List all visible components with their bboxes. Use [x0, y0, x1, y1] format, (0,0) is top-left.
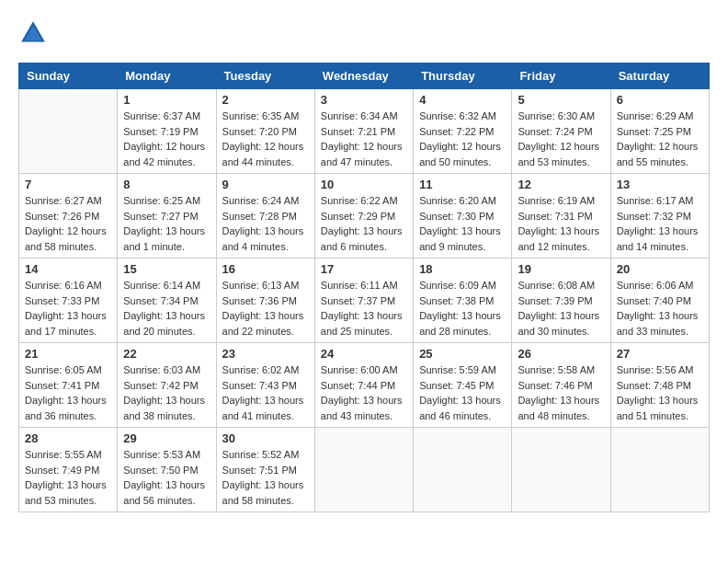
- calendar-cell: 17Sunrise: 6:11 AMSunset: 7:37 PMDayligh…: [314, 259, 413, 343]
- day-number: 3: [321, 93, 407, 107]
- day-info: Sunrise: 5:52 AMSunset: 7:51 PMDaylight:…: [222, 447, 309, 508]
- daylight-text: Daylight: 13 hours and 1 minute.: [123, 225, 205, 252]
- sunrise-text: Sunrise: 6:13 AM: [222, 280, 300, 291]
- sunset-text: Sunset: 7:27 PM: [123, 211, 198, 222]
- day-number: 29: [123, 431, 210, 445]
- day-of-week-header: Saturday: [610, 63, 709, 89]
- day-of-week-header: Sunday: [19, 63, 118, 89]
- day-of-week-header: Thursday: [414, 63, 512, 89]
- day-number: 1: [123, 93, 210, 107]
- day-info: Sunrise: 6:03 AMSunset: 7:42 PMDaylight:…: [123, 362, 210, 423]
- day-number: 4: [419, 93, 506, 107]
- calendar-cell: [414, 428, 512, 512]
- day-info: Sunrise: 6:19 AMSunset: 7:31 PMDaylight:…: [518, 193, 604, 254]
- day-info: Sunrise: 6:25 AMSunset: 7:27 PMDaylight:…: [123, 193, 210, 254]
- day-info: Sunrise: 5:58 AMSunset: 7:46 PMDaylight:…: [518, 362, 604, 423]
- daylight-text: Daylight: 12 hours and 44 minutes.: [222, 141, 304, 167]
- calendar-cell: 18Sunrise: 6:09 AMSunset: 7:38 PMDayligh…: [414, 259, 512, 343]
- sunset-text: Sunset: 7:50 PM: [123, 465, 198, 476]
- day-number: 6: [617, 93, 703, 107]
- daylight-text: Daylight: 13 hours and 6 minutes.: [321, 225, 403, 252]
- sunset-text: Sunset: 7:19 PM: [123, 126, 198, 137]
- sunset-text: Sunset: 7:29 PM: [321, 211, 395, 222]
- day-number: 12: [518, 178, 604, 191]
- sunset-text: Sunset: 7:26 PM: [25, 211, 99, 222]
- day-number: 23: [222, 347, 309, 361]
- calendar-cell: 6Sunrise: 6:29 AMSunset: 7:25 PMDaylight…: [610, 89, 709, 174]
- sunrise-text: Sunrise: 6:03 AM: [123, 364, 200, 375]
- daylight-text: Daylight: 13 hours and 4 minutes.: [222, 225, 304, 252]
- daylight-text: Daylight: 13 hours and 56 minutes.: [123, 479, 205, 506]
- sunrise-text: Sunrise: 6:11 AM: [321, 280, 398, 291]
- daylight-text: Daylight: 13 hours and 51 minutes.: [617, 395, 699, 421]
- day-info: Sunrise: 6:13 AMSunset: 7:36 PMDaylight:…: [222, 278, 309, 339]
- daylight-text: Daylight: 13 hours and 22 minutes.: [222, 310, 304, 337]
- sunrise-text: Sunrise: 6:37 AM: [123, 110, 200, 121]
- calendar-cell: 8Sunrise: 6:25 AMSunset: 7:27 PMDaylight…: [118, 174, 216, 259]
- sunrise-text: Sunrise: 6:14 AM: [123, 280, 200, 291]
- calendar-cell: 30Sunrise: 5:52 AMSunset: 7:51 PMDayligh…: [216, 428, 314, 512]
- sunrise-text: Sunrise: 5:52 AM: [222, 449, 300, 460]
- day-info: Sunrise: 5:56 AMSunset: 7:48 PMDaylight:…: [617, 362, 703, 423]
- calendar-cell: [610, 428, 709, 512]
- daylight-text: Daylight: 13 hours and 12 minutes.: [518, 225, 599, 252]
- calendar-week-row: 28Sunrise: 5:55 AMSunset: 7:49 PMDayligh…: [19, 428, 710, 512]
- daylight-text: Daylight: 13 hours and 48 minutes.: [518, 395, 599, 421]
- day-info: Sunrise: 5:59 AMSunset: 7:45 PMDaylight:…: [419, 362, 506, 423]
- day-info: Sunrise: 6:27 AMSunset: 7:26 PMDaylight:…: [25, 193, 111, 254]
- daylight-text: Daylight: 12 hours and 42 minutes.: [123, 141, 205, 167]
- sunset-text: Sunset: 7:31 PM: [518, 211, 592, 222]
- calendar-cell: 10Sunrise: 6:22 AMSunset: 7:29 PMDayligh…: [314, 174, 413, 259]
- day-number: 7: [25, 178, 111, 191]
- calendar-week-row: 21Sunrise: 6:05 AMSunset: 7:41 PMDayligh…: [19, 343, 710, 428]
- sunset-text: Sunset: 7:24 PM: [518, 126, 592, 137]
- calendar-cell: 11Sunrise: 6:20 AMSunset: 7:30 PMDayligh…: [414, 174, 512, 259]
- day-info: Sunrise: 6:34 AMSunset: 7:21 PMDaylight:…: [321, 109, 407, 169]
- sunset-text: Sunset: 7:36 PM: [222, 295, 297, 306]
- day-info: Sunrise: 6:17 AMSunset: 7:32 PMDaylight:…: [617, 193, 703, 254]
- day-of-week-header: Monday: [118, 63, 216, 89]
- day-number: 5: [518, 93, 604, 107]
- calendar-week-row: 14Sunrise: 6:16 AMSunset: 7:33 PMDayligh…: [19, 259, 710, 343]
- calendar-cell: 3Sunrise: 6:34 AMSunset: 7:21 PMDaylight…: [314, 89, 413, 174]
- daylight-text: Daylight: 13 hours and 14 minutes.: [617, 225, 699, 252]
- sunset-text: Sunset: 7:38 PM: [419, 295, 494, 306]
- day-number: 28: [25, 431, 111, 445]
- day-number: 26: [518, 347, 604, 361]
- sunrise-text: Sunrise: 6:22 AM: [321, 195, 398, 206]
- calendar-cell: 4Sunrise: 6:32 AMSunset: 7:22 PMDaylight…: [414, 89, 512, 174]
- calendar-cell: [19, 89, 118, 174]
- sunset-text: Sunset: 7:46 PM: [518, 380, 592, 391]
- day-info: Sunrise: 6:37 AMSunset: 7:19 PMDaylight:…: [123, 109, 210, 169]
- day-number: 24: [321, 347, 407, 361]
- day-info: Sunrise: 6:20 AMSunset: 7:30 PMDaylight:…: [419, 193, 506, 254]
- day-number: 25: [419, 347, 506, 361]
- sunset-text: Sunset: 7:51 PM: [222, 465, 297, 476]
- sunrise-text: Sunrise: 6:25 AM: [123, 195, 200, 206]
- calendar-cell: 16Sunrise: 6:13 AMSunset: 7:36 PMDayligh…: [216, 259, 314, 343]
- sunset-text: Sunset: 7:33 PM: [25, 295, 99, 306]
- sunset-text: Sunset: 7:32 PM: [617, 211, 691, 222]
- sunrise-text: Sunrise: 6:17 AM: [617, 195, 694, 206]
- daylight-text: Daylight: 13 hours and 28 minutes.: [419, 310, 501, 337]
- sunset-text: Sunset: 7:30 PM: [419, 211, 494, 222]
- day-info: Sunrise: 6:16 AMSunset: 7:33 PMDaylight:…: [25, 278, 111, 339]
- daylight-text: Daylight: 13 hours and 20 minutes.: [123, 310, 205, 337]
- sunrise-text: Sunrise: 6:02 AM: [222, 364, 300, 375]
- sunset-text: Sunset: 7:45 PM: [419, 380, 494, 391]
- day-info: Sunrise: 5:55 AMSunset: 7:49 PMDaylight:…: [25, 447, 111, 508]
- daylight-text: Daylight: 13 hours and 41 minutes.: [222, 395, 304, 421]
- sunrise-text: Sunrise: 6:19 AM: [518, 195, 595, 206]
- calendar-cell: 22Sunrise: 6:03 AMSunset: 7:42 PMDayligh…: [118, 343, 216, 428]
- day-number: 19: [518, 262, 604, 276]
- day-number: 21: [25, 347, 111, 361]
- sunset-text: Sunset: 7:28 PM: [222, 211, 297, 222]
- calendar-cell: 1Sunrise: 6:37 AMSunset: 7:19 PMDaylight…: [118, 89, 216, 174]
- day-number: 22: [123, 347, 210, 361]
- calendar-week-row: 1Sunrise: 6:37 AMSunset: 7:19 PMDaylight…: [19, 89, 710, 174]
- sunrise-text: Sunrise: 6:16 AM: [25, 280, 102, 291]
- sunrise-text: Sunrise: 5:59 AM: [419, 364, 496, 375]
- daylight-text: Daylight: 13 hours and 58 minutes.: [222, 479, 304, 506]
- sunrise-text: Sunrise: 6:35 AM: [222, 110, 300, 121]
- page-header: [18, 18, 710, 48]
